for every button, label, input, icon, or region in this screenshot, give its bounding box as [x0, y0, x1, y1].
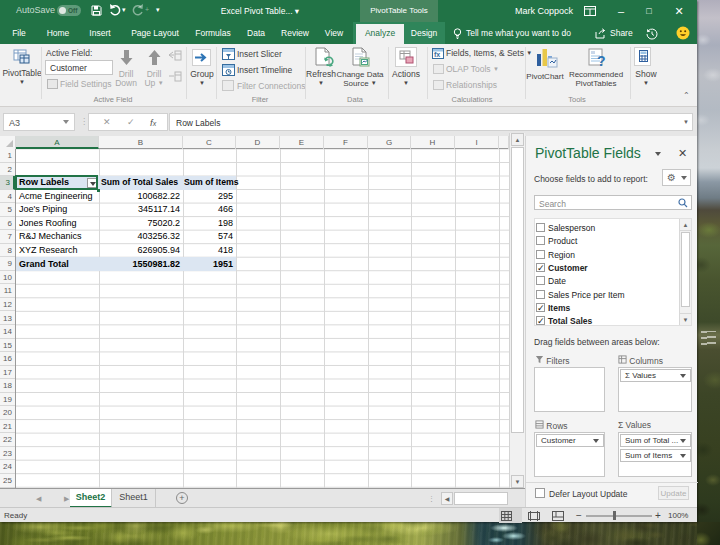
svg-text:fx: fx	[434, 51, 440, 58]
svg-text:?: ?	[597, 53, 606, 69]
